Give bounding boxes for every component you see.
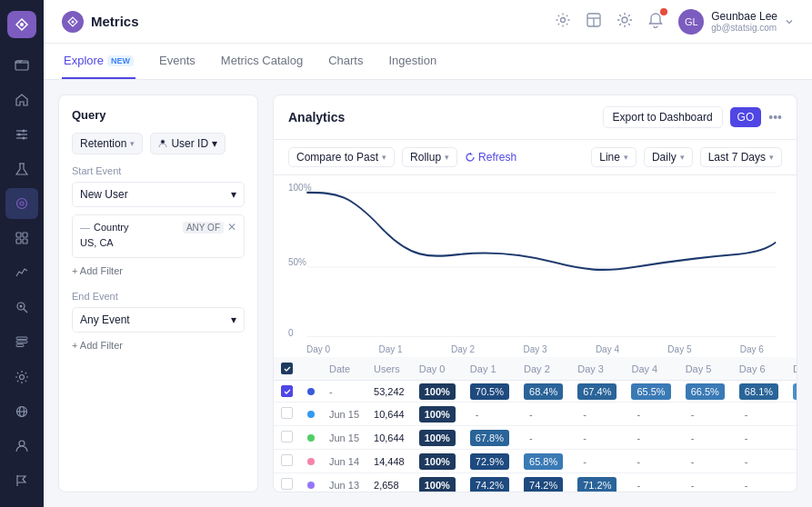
- tab-metrics-catalog-label: Metrics Catalog: [221, 54, 303, 67]
- row-checkbox-cell: [274, 426, 300, 450]
- row-d7-0: 73.5%: [786, 381, 797, 403]
- svg-rect-19: [16, 341, 27, 343]
- svg-point-17: [20, 305, 23, 308]
- sidebar-icon-flask[interactable]: [5, 154, 38, 184]
- x-label-day1: Day 1: [378, 344, 402, 354]
- sidebar-icon-folder[interactable]: [5, 49, 38, 80]
- sidebar-icon-users[interactable]: [5, 431, 38, 462]
- row-checkbox-0[interactable]: [281, 385, 293, 397]
- tab-ingestion[interactable]: Ingestion: [386, 44, 438, 79]
- svg-point-31: [622, 17, 627, 23]
- add-filter-label: + Add Filter: [72, 265, 123, 276]
- rollup-chevron: ▾: [445, 153, 449, 162]
- rollup-select[interactable]: Rollup ▾: [402, 147, 457, 167]
- row-d5-1: -: [678, 403, 732, 426]
- analytics-actions: Export to Dashboard GO •••: [603, 106, 782, 128]
- row-d4-2: -: [624, 426, 677, 450]
- end-add-filter-button[interactable]: + Add Filter: [72, 340, 245, 351]
- tab-explore[interactable]: Explore NEW: [62, 44, 135, 79]
- notification-icon[interactable]: [647, 12, 664, 32]
- sidebar-icon-search[interactable]: [5, 292, 38, 323]
- tab-events[interactable]: Events: [157, 44, 197, 79]
- sidebar-icon-metrics[interactable]: [5, 188, 38, 219]
- settings-icon[interactable]: [555, 12, 571, 32]
- row-checkbox-cell: [274, 473, 300, 492]
- row-checkbox-1[interactable]: [281, 407, 293, 419]
- filter-op: ANY OF: [183, 222, 224, 234]
- tab-explore-label: Explore: [64, 54, 104, 67]
- header-checkbox[interactable]: [281, 363, 293, 374]
- row-users-0: 53,242: [366, 381, 412, 403]
- retention-chart: [288, 183, 782, 342]
- filter-box: — Country ANY OF ✕ US, CA: [72, 214, 245, 258]
- row-d4-4: -: [624, 473, 677, 492]
- refresh-button[interactable]: Refresh: [465, 151, 516, 164]
- gear-icon[interactable]: [617, 12, 633, 32]
- last7-select[interactable]: Last 7 Days ▾: [700, 147, 782, 167]
- more-options-button[interactable]: •••: [768, 110, 782, 124]
- row-d6-3: -: [732, 450, 786, 473]
- svg-rect-20: [16, 344, 24, 347]
- tab-charts-label: Charts: [328, 54, 363, 67]
- chevron-down-icon: [785, 17, 794, 26]
- row-date-0: -: [322, 381, 366, 403]
- top-header: Metrics: [44, 0, 812, 44]
- sidebar-icon-sliders[interactable]: [5, 119, 38, 150]
- data-table-wrap: Date Users Day 0 Day 1 Day 2 Day 3 Day 4…: [274, 357, 797, 492]
- end-event-select[interactable]: Any Event ▾: [72, 307, 245, 333]
- row-d7-4: -: [786, 473, 797, 492]
- go-button[interactable]: GO: [730, 107, 762, 127]
- sidebar-icon-list[interactable]: [5, 326, 38, 357]
- add-filter-button[interactable]: + Add Filter: [72, 265, 245, 276]
- sidebar-icon-grid[interactable]: [5, 223, 38, 254]
- row-d2-4: 74.2%: [516, 473, 570, 492]
- row-d2-3: 65.8%: [516, 450, 570, 473]
- filter-close-button[interactable]: ✕: [227, 221, 236, 234]
- last7-chevron: ▾: [769, 153, 774, 162]
- x-label-day3: Day 3: [523, 344, 546, 354]
- svg-point-25: [19, 441, 25, 446]
- user-avatar: GL: [678, 9, 704, 35]
- retention-select[interactable]: Retention ▾: [72, 133, 143, 154]
- row-checkbox-cell: [274, 450, 300, 473]
- th-day5: Day 5: [678, 357, 732, 381]
- sidebar-icon-globe[interactable]: [5, 396, 38, 427]
- row-d0-0: 100%: [412, 381, 463, 403]
- line-select[interactable]: Line ▾: [591, 147, 637, 167]
- query-row: Retention ▾ User ID ▾: [72, 133, 245, 154]
- export-button[interactable]: Export to Dashboard: [603, 106, 723, 128]
- header-logo: [62, 11, 84, 33]
- row-d5-3: -: [678, 450, 732, 473]
- daily-select[interactable]: Daily ▾: [644, 147, 693, 167]
- row-d1-1: -: [463, 403, 516, 426]
- sidebar-icon-chart[interactable]: [5, 257, 38, 288]
- row-checkbox-4[interactable]: [281, 478, 293, 490]
- sidebar-icon-flag[interactable]: [5, 465, 38, 496]
- row-d6-0: 68.1%: [732, 381, 786, 403]
- th-date: Date: [322, 357, 366, 381]
- row-d3-0: 67.4%: [570, 381, 624, 403]
- y-label-100: 100%: [288, 183, 312, 193]
- sidebar-icon-settings[interactable]: [5, 361, 38, 392]
- row-checkbox-2[interactable]: [281, 431, 293, 442]
- user-info[interactable]: GL Geunbae Lee gb@statsig.com: [678, 9, 794, 35]
- tab-metrics-catalog[interactable]: Metrics Catalog: [219, 44, 305, 79]
- tab-charts[interactable]: Charts: [326, 44, 365, 79]
- userid-chevron: ▾: [212, 137, 217, 150]
- filter-value-text: US, CA: [80, 237, 114, 248]
- line-chevron: ▾: [624, 153, 628, 162]
- y-label-0: 0: [288, 328, 294, 338]
- notification-badge: [660, 8, 667, 15]
- row-checkbox-3[interactable]: [281, 454, 293, 466]
- sidebar-icon-home[interactable]: [5, 84, 38, 114]
- userid-select[interactable]: User ID ▾: [150, 133, 226, 154]
- th-users: Users: [366, 357, 412, 381]
- x-label-day5: Day 5: [667, 344, 691, 354]
- start-event-select[interactable]: New User ▾: [72, 182, 245, 207]
- user-details: Geunbae Lee gb@statsig.com: [711, 10, 777, 33]
- daily-chevron: ▾: [680, 153, 685, 162]
- layout-icon[interactable]: [586, 12, 602, 32]
- compare-select[interactable]: Compare to Past ▾: [288, 147, 395, 167]
- rollup-label: Rollup: [410, 151, 441, 164]
- table-row: Jun 13 2,658 100%74.2%74.2%71.2%----: [274, 473, 797, 492]
